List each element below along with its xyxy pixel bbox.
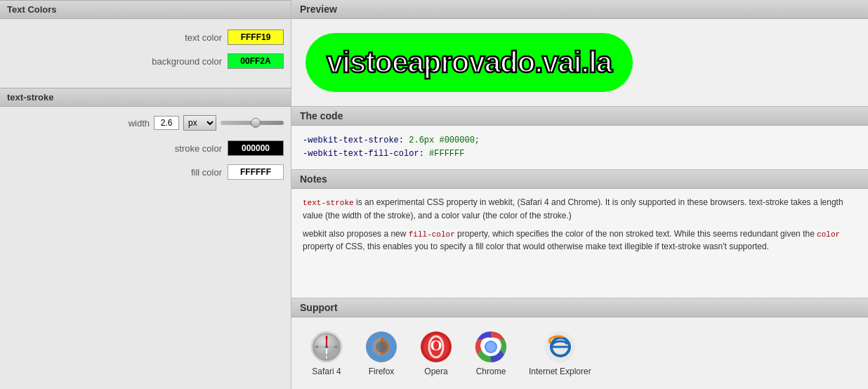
text-colors-header: Text Colors bbox=[0, 0, 291, 19]
width-slider-thumb[interactable] bbox=[251, 118, 261, 128]
firefox-label: Firefox bbox=[369, 367, 395, 376]
width-input[interactable] bbox=[154, 116, 179, 130]
notes-text-2c: property of CSS, this enables you to spe… bbox=[303, 242, 769, 251]
code-line-1: -webkit-text-stroke: 2.6px #000000; bbox=[303, 134, 857, 147]
browser-icons-list: N S W E Safari 4 Firefox bbox=[303, 324, 857, 382]
fill-color-label: fill color bbox=[191, 167, 222, 178]
opera-label: Opera bbox=[424, 367, 447, 376]
notes-text: text-stroke is an experimental CSS prope… bbox=[303, 196, 857, 253]
fill-color-button[interactable]: FFFFFF bbox=[228, 164, 284, 180]
notes-para-2: webkit also proposes a new fill-color pr… bbox=[303, 228, 857, 253]
background-color-label: background color bbox=[152, 56, 222, 67]
notes-header: Notes bbox=[291, 170, 868, 189]
firefox-icon bbox=[364, 330, 398, 364]
preview-bubble: vistoeaprovado.vai.la bbox=[305, 33, 633, 92]
width-row: width px em rem % bbox=[7, 115, 284, 131]
notes-text-2b: property, which specifies the color of t… bbox=[455, 229, 817, 239]
code-line1-val: 2.6px #000000; bbox=[404, 136, 480, 145]
svg-text:O: O bbox=[430, 336, 442, 354]
notes-code-1: text-stroke bbox=[303, 199, 354, 207]
support-header: Support bbox=[291, 298, 868, 317]
code-line-2: -webkit-text-fill-color: #FFFFFF bbox=[303, 147, 857, 161]
width-label: width bbox=[129, 118, 150, 128]
text-stroke-body: width px em rem % stroke color 000000 fi… bbox=[0, 107, 291, 197]
preview-header: Preview bbox=[291, 0, 868, 19]
chrome-label: Chrome bbox=[476, 367, 506, 376]
stroke-color-row: stroke color 000000 bbox=[7, 140, 284, 156]
ie-icon bbox=[543, 330, 577, 364]
background-color-row: background color 00FF2A bbox=[7, 53, 284, 69]
background-color-button[interactable]: 00FF2A bbox=[228, 53, 284, 69]
width-slider-track bbox=[221, 121, 284, 125]
support-section: N S W E Safari 4 Firefox bbox=[291, 317, 868, 389]
notes-para-1: text-stroke is an experimental CSS prope… bbox=[303, 196, 857, 222]
fill-color-row: fill color FFFFFF bbox=[7, 164, 284, 180]
svg-text:W: W bbox=[315, 345, 319, 349]
browser-item-opera: O Opera bbox=[419, 330, 453, 376]
code-section: -webkit-text-stroke: 2.6px #000000; -web… bbox=[291, 126, 868, 170]
safari-label: Safari 4 bbox=[312, 367, 341, 376]
text-stroke-header: text-stroke bbox=[0, 88, 291, 107]
svg-text:N: N bbox=[325, 336, 328, 340]
code-line2-prop: -webkit-text-fill-color: bbox=[303, 149, 424, 159]
preview-text: vistoeaprovado.vai.la bbox=[327, 46, 612, 79]
ie-label: Internet Explorer bbox=[529, 367, 591, 376]
browser-item-ie: Internet Explorer bbox=[529, 330, 591, 376]
notes-section: text-stroke is an experimental CSS prope… bbox=[291, 189, 868, 298]
browser-item-chrome: Chrome bbox=[474, 330, 508, 376]
svg-point-13 bbox=[376, 341, 387, 352]
right-panel: Preview vistoeaprovado.vai.la The code -… bbox=[291, 0, 868, 389]
text-color-button[interactable]: FFFF19 bbox=[228, 29, 284, 45]
browser-item-firefox: Firefox bbox=[364, 330, 398, 376]
svg-point-6 bbox=[325, 345, 328, 348]
unit-select[interactable]: px em rem % bbox=[183, 115, 216, 131]
text-color-row: text color FFFF19 bbox=[7, 29, 284, 45]
notes-code-fill: fill-color bbox=[409, 230, 455, 239]
notes-text-2a: webkit also proposes a new bbox=[303, 229, 409, 239]
safari-icon: N S W E bbox=[310, 330, 343, 364]
chrome-icon bbox=[474, 330, 508, 364]
text-colors-body: text color FFFF19 background color 00FF2… bbox=[0, 19, 291, 88]
code-header: The code bbox=[291, 107, 868, 126]
code-block: -webkit-text-stroke: 2.6px #000000; -web… bbox=[303, 134, 857, 161]
code-line1-prop: -webkit-text-stroke: bbox=[303, 136, 404, 145]
notes-text-1a: is an experimental CSS property in webki… bbox=[303, 197, 843, 220]
stroke-color-label: stroke color bbox=[175, 143, 222, 154]
code-line2-val: #FFFFFF bbox=[424, 149, 465, 159]
text-color-label: text color bbox=[185, 32, 222, 43]
notes-code-color: color bbox=[817, 230, 840, 239]
stroke-color-button[interactable]: 000000 bbox=[228, 140, 284, 156]
left-panel: Text Colors text color FFFF19 background… bbox=[0, 0, 291, 389]
preview-area: vistoeaprovado.vai.la bbox=[291, 19, 868, 107]
browser-item-safari: N S W E Safari 4 bbox=[310, 330, 343, 376]
opera-icon: O bbox=[419, 330, 453, 364]
svg-point-21 bbox=[486, 342, 496, 352]
